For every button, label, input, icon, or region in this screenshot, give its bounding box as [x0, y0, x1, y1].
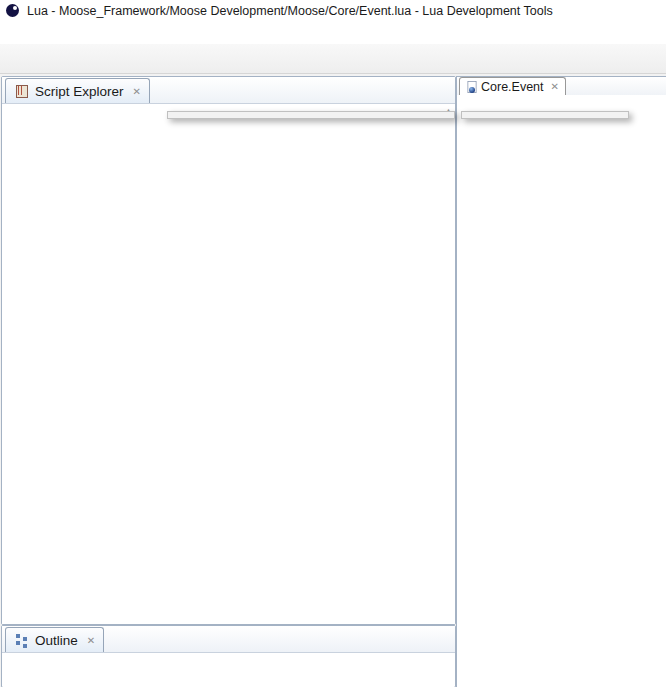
menu-bar [0, 22, 666, 44]
tab-label: Core.Event [481, 80, 544, 94]
outline-icon [14, 632, 30, 648]
title-bar: Lua - Moose_Framework/Moose Development/… [0, 0, 666, 22]
close-icon[interactable]: ✕ [87, 635, 95, 646]
window-title: Lua - Moose_Framework/Moose Development/… [27, 4, 553, 18]
project-tree: ▲ [2, 104, 455, 624]
close-icon[interactable]: ✕ [551, 81, 559, 92]
script-explorer-header: Script Explorer ✕ [2, 77, 455, 104]
code-editor[interactable] [457, 95, 666, 687]
lua-file-icon [466, 81, 475, 93]
tab-label: Script Explorer [35, 84, 124, 99]
application-window: Lua - Moose_Framework/Moose Development/… [0, 0, 666, 687]
context-menu [167, 111, 455, 119]
editor-panel: Core.Event ✕ [456, 76, 666, 687]
outline-panel: Outline ✕ [1, 625, 456, 687]
editor-tab-bar: Core.Event ✕ [457, 77, 666, 96]
tab-outline[interactable]: Outline ✕ [5, 627, 104, 652]
lua-logo-icon [5, 3, 21, 19]
script-explorer-icon [14, 83, 30, 99]
script-explorer-panel: Script Explorer ✕ ▲ [1, 76, 456, 625]
main-toolbar [0, 44, 666, 74]
close-icon[interactable]: ✕ [133, 86, 141, 97]
outline-header: Outline ✕ [2, 626, 455, 653]
tab-script-explorer[interactable]: Script Explorer ✕ [5, 78, 150, 103]
tab-core-event[interactable]: Core.Event ✕ [459, 77, 566, 95]
new-submenu [461, 111, 629, 119]
tab-label: Outline [35, 633, 78, 648]
